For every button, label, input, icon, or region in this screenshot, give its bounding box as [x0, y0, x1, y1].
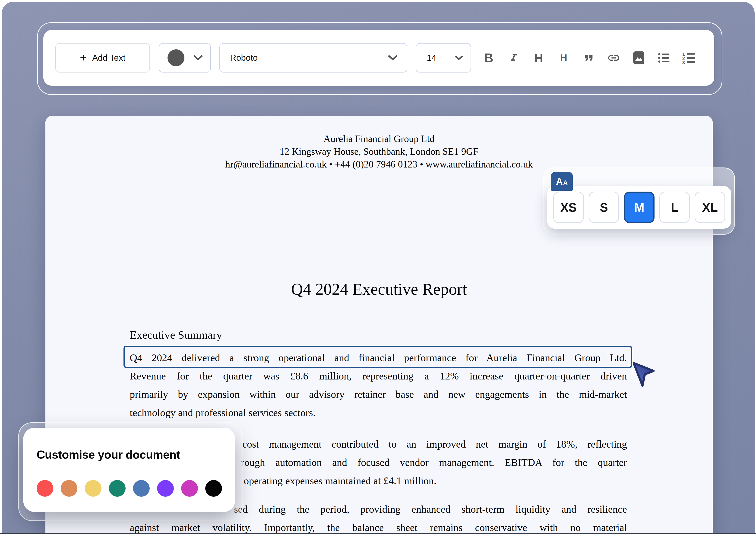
bold-button[interactable]: B	[478, 43, 499, 72]
colour-swatch-red[interactable]	[37, 480, 53, 497]
add-text-label: Add Text	[92, 53, 125, 63]
chevron-down-icon	[388, 55, 397, 61]
text-color-dropdown[interactable]	[159, 43, 211, 72]
format-buttons: B H H 123	[478, 43, 699, 72]
italic-button[interactable]	[503, 43, 524, 72]
heading-large-button[interactable]: H	[528, 43, 549, 72]
font-size-value: 14	[427, 53, 436, 63]
blockquote-icon	[582, 51, 595, 65]
customise-popup-title: Customise your document	[37, 448, 180, 462]
colour-swatch-blue[interactable]	[133, 480, 150, 497]
paragraph-line[interactable]: sed during the period, providing enhance…	[234, 500, 627, 519]
italic-icon	[508, 52, 520, 64]
colour-swatch-orange[interactable]	[61, 480, 77, 497]
document-title: Q4 2024 Executive Report	[45, 280, 713, 299]
image-icon	[633, 51, 644, 65]
heading-small-button[interactable]: H	[554, 43, 574, 72]
bold-icon: B	[484, 50, 493, 65]
mouse-cursor-icon	[632, 360, 655, 395]
color-swatch-circle	[168, 49, 184, 66]
document-letterhead: Aurelia Financial Group Ltd 12 Kingsway …	[45, 133, 713, 171]
size-option-xs[interactable]: XS	[553, 192, 584, 223]
link-button[interactable]	[604, 43, 624, 72]
heading-large-icon: H	[534, 51, 543, 65]
section-heading: Executive Summary	[130, 328, 222, 341]
size-option-s[interactable]: S	[589, 192, 619, 223]
paragraph-line[interactable]: technology and professional services sec…	[130, 404, 627, 422]
size-option-xl[interactable]: XL	[695, 192, 725, 223]
toolbar: + Add Text Roboto 14 B H H 123	[43, 30, 714, 86]
screen-bottom-edge	[0, 533, 756, 534]
colour-swatch-purple[interactable]	[157, 480, 174, 497]
font-family-dropdown[interactable]: Roboto	[219, 43, 407, 72]
svg-text:3: 3	[682, 60, 685, 64]
text-selection-outline[interactable]	[123, 346, 632, 368]
add-text-button[interactable]: + Add Text	[55, 43, 150, 72]
paragraph-line[interactable]: Revenue for the quarter was £8.6 million…	[130, 367, 627, 385]
aa-icon: A	[556, 176, 563, 187]
company-name: Aurelia Financial Group Ltd	[45, 133, 713, 145]
numbered-list-icon: 123	[682, 51, 695, 65]
font-size-dropdown[interactable]: 14	[416, 43, 471, 72]
company-address: 12 Kingsway House, Southbank, London SE1…	[45, 145, 713, 158]
customise-popup: Customise your document	[23, 428, 235, 512]
paragraph-line[interactable]: primarily by expansion within our adviso…	[130, 385, 627, 404]
size-picker-panel: XS S M L XL	[547, 186, 731, 229]
insert-image-button[interactable]	[629, 43, 649, 72]
plus-icon: +	[80, 52, 87, 63]
colour-swatch-green[interactable]	[109, 480, 125, 497]
font-family-value: Roboto	[230, 53, 257, 63]
numbered-list-button[interactable]: 123	[679, 43, 699, 72]
colour-swatch-yellow[interactable]	[85, 480, 101, 497]
bullet-list-icon	[657, 51, 670, 65]
chevron-down-icon	[455, 56, 463, 60]
paragraph-line[interactable]: operating expenses maintained at £4.1 mi…	[244, 472, 437, 490]
paragraph-line[interactable]: cost management contributed to an improv…	[242, 435, 627, 453]
size-option-m-selected[interactable]: M	[624, 192, 655, 223]
blockquote-button[interactable]	[579, 43, 599, 72]
paragraph-line[interactable]: rough automation and focused vendor mana…	[241, 453, 627, 472]
link-icon	[607, 51, 620, 65]
bullet-list-button[interactable]	[654, 43, 674, 72]
colour-swatch-magenta[interactable]	[181, 480, 198, 497]
text-size-badge: A A	[551, 172, 573, 191]
chevron-down-icon	[194, 55, 202, 61]
heading-small-icon: H	[560, 52, 567, 64]
colour-swatch-black[interactable]	[205, 480, 222, 497]
size-option-l[interactable]: L	[660, 192, 690, 223]
colour-swatches	[37, 480, 222, 497]
